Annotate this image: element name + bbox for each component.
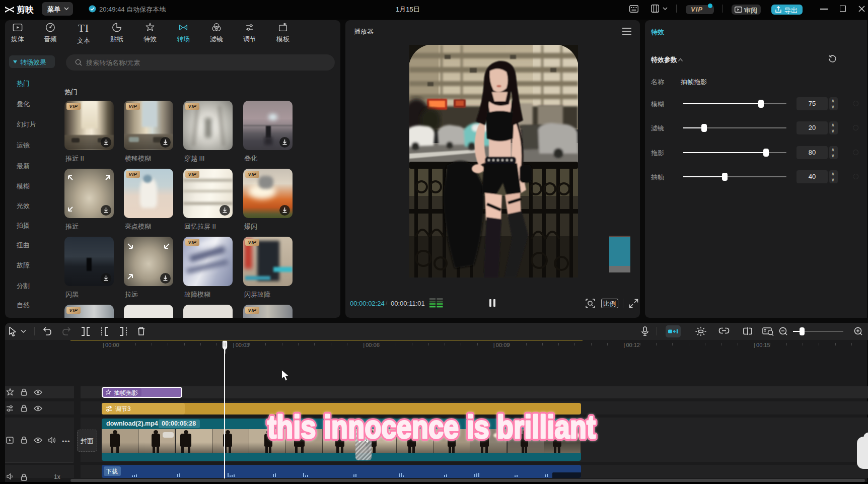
- svg-text:this innocence is brilliant: this innocence is brilliant: [267, 409, 596, 445]
